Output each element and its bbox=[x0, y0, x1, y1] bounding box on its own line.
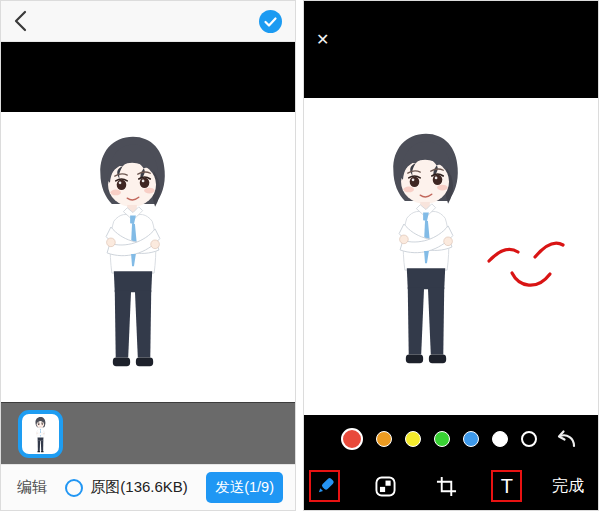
boy-thumbnail-illustration bbox=[33, 416, 48, 453]
color-swatch-yellow[interactable] bbox=[405, 431, 421, 447]
preview-bottom-bar: 编辑 原图(136.6KB) 发送(1/9) bbox=[1, 464, 295, 510]
color-swatch-blue[interactable] bbox=[463, 431, 479, 447]
photo-letterbox-top bbox=[1, 42, 295, 112]
editor-bottom-bars: T 完成 bbox=[304, 415, 598, 510]
crop-tool-button[interactable] bbox=[431, 470, 462, 502]
undo-arrow-icon bbox=[552, 428, 578, 450]
boy-illustration bbox=[85, 130, 181, 372]
photo-preview-canvas bbox=[1, 112, 295, 402]
radio-circle-icon bbox=[65, 479, 83, 497]
marker-pen-icon bbox=[313, 474, 337, 498]
back-chevron-icon bbox=[14, 10, 28, 32]
color-palette-row bbox=[304, 415, 598, 462]
color-swatch-hollow[interactable] bbox=[521, 431, 537, 447]
thumbnail-strip bbox=[1, 402, 295, 464]
brush-tool-button[interactable] bbox=[309, 470, 340, 502]
red-doodle-smiley bbox=[304, 98, 598, 415]
editor-top-bar: ✕ bbox=[304, 1, 598, 98]
close-editor-button[interactable]: ✕ bbox=[316, 32, 329, 48]
selected-thumbnail[interactable] bbox=[18, 410, 63, 458]
gallery-preview-screen: 编辑 原图(136.6KB) 发送(1/9) bbox=[1, 1, 295, 510]
editor-tool-bar: T 完成 bbox=[304, 462, 598, 510]
original-quality-toggle[interactable]: 原图(136.6KB) bbox=[65, 478, 188, 497]
undo-button[interactable] bbox=[552, 428, 578, 450]
confirm-select-button[interactable] bbox=[259, 10, 282, 33]
send-button[interactable]: 发送(1/9) bbox=[206, 472, 283, 503]
screenshot-stage: 编辑 原图(136.6KB) 发送(1/9) ✕ bbox=[0, 0, 600, 511]
preview-top-bar bbox=[1, 1, 295, 42]
mosaic-tool-button[interactable] bbox=[370, 470, 401, 502]
edit-button[interactable]: 编辑 bbox=[17, 478, 47, 497]
mosaic-icon bbox=[375, 476, 396, 497]
original-quality-label: 原图(136.6KB) bbox=[90, 478, 188, 497]
text-tool-button[interactable]: T bbox=[491, 470, 522, 502]
color-swatch-red[interactable] bbox=[341, 428, 363, 450]
crop-icon bbox=[436, 476, 457, 497]
color-palette bbox=[341, 428, 537, 450]
color-swatch-green[interactable] bbox=[434, 431, 450, 447]
done-button[interactable]: 完成 bbox=[552, 476, 584, 497]
color-swatch-white[interactable] bbox=[492, 431, 508, 447]
editor-canvas[interactable] bbox=[304, 98, 598, 415]
back-button[interactable] bbox=[14, 10, 28, 32]
text-tool-label: T bbox=[501, 475, 513, 498]
image-editor-screen: ✕ bbox=[304, 1, 598, 510]
color-swatch-orange[interactable] bbox=[376, 431, 392, 447]
check-circle-icon bbox=[259, 10, 282, 33]
